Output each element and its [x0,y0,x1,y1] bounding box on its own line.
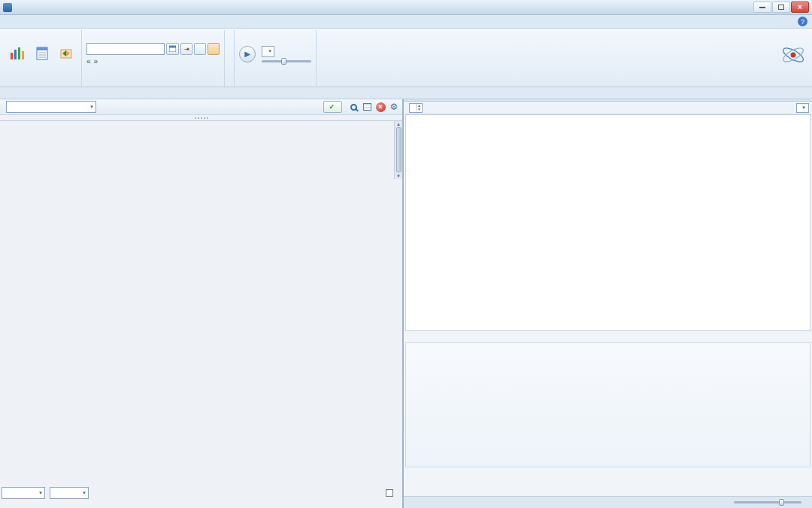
analysis-panel: ▲▼ ▼ [404,99,812,508]
maximize-button[interactable] [772,2,790,13]
projection-date-select[interactable]: ▼ [796,103,809,113]
grid-view-icon[interactable] [362,102,372,112]
splitter-handle[interactable] [0,115,402,120]
play-icon: ▶ [239,46,256,62]
position-header: ▼ ✓ × ⚙ [0,99,402,115]
commit-button[interactable]: ✓ [323,101,342,113]
chain-scrollbar[interactable]: ▲ ▼ [394,121,402,179]
menu-bar: ? [0,15,812,29]
close-button[interactable]: × [791,2,809,13]
zoom-slider-thumb[interactable] [779,499,784,506]
settings-gear-icon[interactable]: ⚙ [389,102,399,112]
playback-group-label [239,77,311,87]
reports-icon [10,47,25,60]
scrollbar-thumb[interactable] [396,127,401,172]
reports-button[interactable] [6,45,29,63]
trading-date-input[interactable] [86,43,165,55]
commit-trade-button[interactable] [56,45,77,63]
position-panel: ▼ ✓ × ⚙ [0,99,404,508]
position-selector[interactable]: ▼ [6,101,96,113]
step-back-icon[interactable]: « [86,57,91,65]
app-window: × ? [0,0,812,508]
speed-slider-thumb[interactable] [281,58,286,65]
calendar-icon[interactable] [166,43,179,55]
datetime-group-label [86,77,220,87]
trade-log-icon [35,47,49,60]
trade-log-button[interactable] [32,45,53,63]
commit-check-icon: ✓ [329,103,335,111]
goto-expiry-icon[interactable]: ⇥ [180,43,192,55]
zoom-bar [404,496,812,508]
ribbon-group-trade-log [2,30,82,87]
spin-down-icon: ▼ [417,108,422,111]
ribbon-group-windows [225,30,235,87]
delete-position-icon[interactable]: × [375,102,386,112]
exp-button[interactable] [194,43,206,55]
trade-group-select[interactable]: ▼ [2,487,45,499]
zoom-slider[interactable] [734,501,801,503]
trade-log-group-label [6,77,77,87]
scroll-down-icon[interactable]: ▼ [396,174,401,178]
speed-slider[interactable] [262,60,311,62]
interval-select[interactable]: ▼ [262,46,274,57]
step-forward-icon[interactable]: » [94,57,98,65]
minimize-button[interactable] [753,2,771,13]
help-icon[interactable]: ? [798,17,807,26]
commit-trade-icon [59,47,73,60]
ignore-trades-checkbox[interactable] [386,489,393,497]
app-icon [3,3,12,12]
trade-filter-row: ▼ ▼ [0,485,402,500]
risk-chart[interactable] [405,114,810,331]
live-button[interactable] [208,43,220,55]
risk-chart-x-axis [405,331,810,341]
vol-adjust-spinner[interactable]: ▲▼ [409,103,423,113]
play-button[interactable]: ▶ [239,46,256,62]
greeks-grid [405,342,810,467]
scroll-up-icon[interactable]: ▲ [396,122,401,126]
title-bar: × [0,0,812,15]
trade-type-select[interactable]: ▼ [50,487,89,499]
search-icon[interactable] [348,102,359,112]
ribbon-group-playback: ▶ ▼ [235,30,317,87]
app-logo-icon [780,42,806,68]
ribbon: ⇥ « » [0,29,812,87]
vol-adjust-row: ▲▼ ▼ [404,102,812,114]
account-bar [0,87,812,99]
ribbon-group-datetime: ⇥ « » [82,30,225,87]
